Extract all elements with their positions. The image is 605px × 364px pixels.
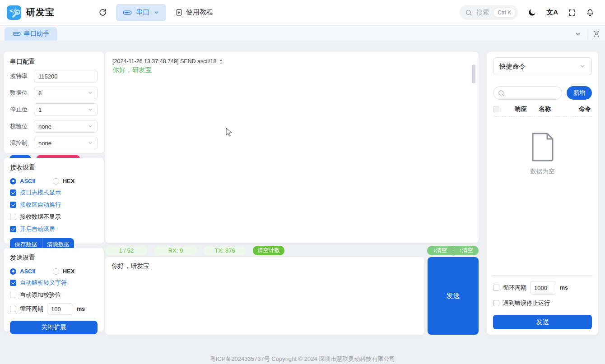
auto-wrap-option[interactable]: 接收区自动换行 xyxy=(10,201,98,209)
select-all-checkbox[interactable] xyxy=(493,106,499,112)
checksum-checkbox[interactable] xyxy=(10,292,16,298)
data-bits-select[interactable]: 8 xyxy=(34,87,98,99)
clear-receive-button[interactable]: ↓清空 xyxy=(427,246,453,255)
nav-tutorial[interactable]: 使用教程 xyxy=(175,8,213,17)
qc-loop-input[interactable] xyxy=(530,281,556,295)
loop-period-checkbox[interactable] xyxy=(10,306,16,312)
clear-buttons-group: ↓清空 ↑清空 xyxy=(427,246,479,255)
clear-send-button[interactable]: ↑清空 xyxy=(453,246,479,255)
empty-state-text: 数据为空 xyxy=(531,167,555,175)
stop-on-error-option[interactable]: 遇到错误停止运行 xyxy=(493,299,592,307)
svg-text:</: </ xyxy=(9,8,16,14)
chevron-down-icon xyxy=(88,124,93,129)
flow-control-select[interactable]: none xyxy=(34,137,98,149)
escape-option[interactable]: 自动解析转义字符 xyxy=(10,279,98,287)
baud-rate-input[interactable] xyxy=(34,70,98,83)
app-logo-icon: </ xyxy=(6,5,22,20)
send-ascii-label: ASCII xyxy=(20,268,36,275)
data-bits-value: 8 xyxy=(38,90,42,97)
qc-loop-checkbox[interactable] xyxy=(493,285,499,291)
command-search-input[interactable] xyxy=(508,90,558,97)
hide-data-checkbox[interactable] xyxy=(10,214,16,220)
tab-list-chevron-icon[interactable] xyxy=(569,28,587,39)
translate-icon[interactable]: 文A xyxy=(546,8,558,17)
search-icon xyxy=(465,9,472,16)
stop-bits-select[interactable]: 1 xyxy=(34,103,98,116)
global-search[interactable]: 搜索 Ctrl K xyxy=(460,5,518,20)
serial-config-panel: 串口配置 波特率 数据位 8 停止位 1 校验位 none 流控制 none xyxy=(4,52,104,153)
chevron-down-icon xyxy=(88,107,93,112)
rx-counter-badge: RX: 9 xyxy=(154,246,197,255)
brand[interactable]: </ 研发宝 xyxy=(0,5,98,20)
hide-data-option[interactable]: 接收数据不显示 xyxy=(10,213,98,221)
receive-hex-label: HEX xyxy=(63,178,75,184)
search-shortcut-badge: Ctrl K xyxy=(493,8,516,18)
stop-bits-label: 停止位 xyxy=(10,106,34,114)
chevron-down-icon xyxy=(88,140,93,146)
auto-scroll-option[interactable]: 开启自动滚屏 xyxy=(10,225,98,233)
quick-commands-select[interactable]: 快捷命令 xyxy=(493,57,592,75)
auto-wrap-checkbox[interactable] xyxy=(10,202,16,208)
auto-wrap-label: 接收区自动换行 xyxy=(20,201,61,209)
log-mode-label: 按日志模式显示 xyxy=(20,189,61,197)
parity-label: 校验位 xyxy=(10,122,34,130)
app-header: </ 研发宝 串口 xyxy=(0,0,605,25)
quick-commands-title: 快捷命令 xyxy=(499,62,526,71)
notification-bell-icon[interactable] xyxy=(586,9,594,17)
send-settings-title: 发送设置 xyxy=(10,254,98,262)
receive-settings-title: 接收设置 xyxy=(10,164,98,172)
send-button[interactable]: 发送 xyxy=(428,257,479,335)
refresh-icon[interactable] xyxy=(98,8,107,17)
auto-scroll-checkbox[interactable] xyxy=(10,226,16,232)
receive-ascii-label: ASCII xyxy=(20,178,36,184)
receive-hex-radio[interactable] xyxy=(53,178,59,184)
search-icon xyxy=(498,89,505,97)
add-command-button[interactable]: 新增 xyxy=(567,86,592,100)
baud-rate-value[interactable] xyxy=(38,73,93,80)
parity-select[interactable]: none xyxy=(34,120,98,133)
log-scrollbar-thumb[interactable] xyxy=(472,65,475,83)
nav-tutorial-label: 使用教程 xyxy=(186,8,213,17)
auto-scroll-label: 开启自动滚屏 xyxy=(20,225,55,233)
search-placeholder: 搜索 xyxy=(476,9,489,17)
checksum-label: 自动添加校验位 xyxy=(20,291,61,299)
tab-bar: 串口助手 xyxy=(0,26,605,41)
send-hex-radio[interactable] xyxy=(53,268,59,275)
upload-icon xyxy=(219,59,223,64)
send-message-textarea[interactable]: 你好，研发宝 xyxy=(105,257,424,335)
parity-value: none xyxy=(38,123,51,130)
nav-serial-dropdown[interactable]: 串口 xyxy=(116,4,166,21)
escape-checkbox[interactable] xyxy=(10,280,16,286)
receive-log-panel[interactable]: [2024-11-26 13:37:48.749] SEND ascii/18 … xyxy=(105,52,479,243)
app-title: 研发宝 xyxy=(26,6,55,18)
column-command: 命令 xyxy=(579,105,591,113)
command-search-box[interactable] xyxy=(493,86,562,100)
chevron-down-icon xyxy=(88,90,93,96)
log-mode-checkbox[interactable] xyxy=(10,189,16,196)
loop-period-input[interactable] xyxy=(47,303,73,315)
maximize-view-icon[interactable] xyxy=(587,28,605,39)
serial-config-title: 串口配置 xyxy=(10,58,98,66)
log-entry-message: 你好，研发宝 xyxy=(112,66,471,74)
tab-label: 串口助手 xyxy=(24,30,49,38)
close-extension-button[interactable]: 关闭扩展 xyxy=(10,321,98,334)
send-settings-panel: 发送设置 ASCII HEX 自动解析转义字符 自动添加校验位 循环周期 ms … xyxy=(4,248,104,332)
command-table-header: 响应 名称 命令 xyxy=(493,101,592,117)
send-ascii-radio[interactable] xyxy=(10,268,16,275)
dark-mode-icon[interactable] xyxy=(528,8,536,17)
quick-send-button[interactable]: 发送 xyxy=(493,315,592,329)
stop-on-error-label: 遇到错误停止运行 xyxy=(503,299,550,307)
fullscreen-icon[interactable] xyxy=(568,9,576,17)
checksum-option[interactable]: 自动添加校验位 xyxy=(10,291,98,299)
receive-settings-panel: 接收设置 ASCII HEX 按日志模式显示 接收区自动换行 接收数据不显示 开… xyxy=(4,158,104,244)
footer-copyright: 粤ICP备2024335737号 Copyright © 2024 深圳市慧联灵… xyxy=(0,355,605,363)
qc-loop-label: 循环周期 xyxy=(503,284,526,292)
log-mode-option[interactable]: 按日志模式显示 xyxy=(10,189,98,197)
clear-count-button[interactable]: 清空计数 xyxy=(253,246,284,255)
tab-serial-assistant[interactable]: 串口助手 xyxy=(5,27,57,41)
stop-on-error-checkbox[interactable] xyxy=(493,300,499,306)
receive-ascii-radio[interactable] xyxy=(10,178,16,184)
send-hex-label: HEX xyxy=(63,268,75,275)
column-response: 响应 xyxy=(515,105,527,113)
column-name: 名称 xyxy=(539,105,551,113)
